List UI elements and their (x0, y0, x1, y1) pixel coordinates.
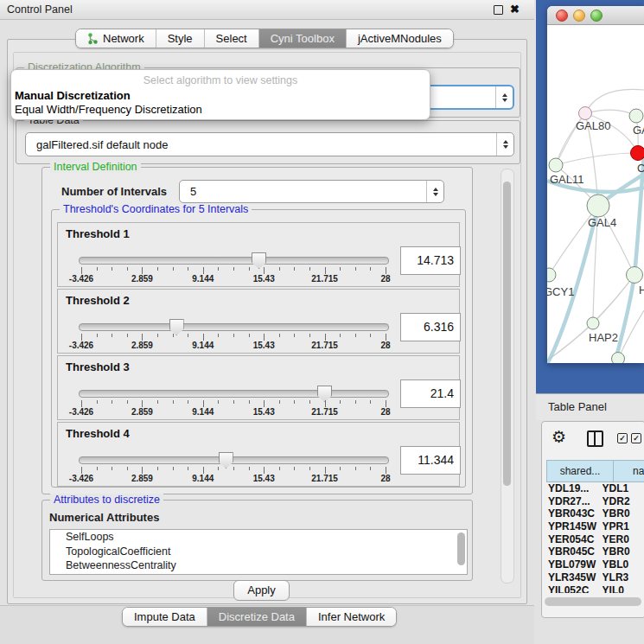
checkbox-icon[interactable]: ✓ (631, 433, 641, 443)
table-row[interactable]: YBR043CYBR0 (546, 507, 644, 520)
threshold-slider[interactable] (79, 456, 389, 464)
node-label: GAL4 (588, 216, 616, 229)
network-node[interactable] (627, 267, 643, 284)
threshold-cards: Threshold 1-3.4262.8599.14415.4321.71528… (52, 222, 460, 488)
tick-label: 28 (380, 407, 390, 417)
table-data-combo-value: galFiltered.sif default node (36, 133, 168, 156)
tab-select[interactable]: Select (204, 29, 258, 48)
table-row[interactable]: YPR145WYPR1 (546, 520, 644, 533)
numerical-attributes-list[interactable]: SelfLoopsTopologicalCoefficientBetweenne… (49, 529, 468, 575)
close-traffic-light-icon[interactable] (556, 10, 568, 22)
table-panel: ⚙ ✓ ✓ shared... na YDL19...YDL1YDR27...Y… (541, 421, 644, 618)
table-row[interactable]: YDR27...YDR2 (546, 495, 644, 508)
threshold-slider[interactable] (79, 323, 389, 331)
table-data-group: Table Data galFiltered.sif default node (16, 120, 520, 164)
network-node[interactable] (587, 317, 599, 329)
panel-title: Control Panel (7, 0, 73, 19)
tab-discretize-data[interactable]: Discretize Data (207, 608, 306, 626)
threshold-value-field[interactable]: 21.4 (400, 379, 461, 408)
threshold-value-field[interactable]: 14.713 (400, 246, 461, 275)
tick-label: 21.715 (311, 341, 338, 350)
network-node[interactable] (579, 107, 592, 120)
horizontal-scrollbar[interactable] (545, 597, 641, 606)
network-node[interactable] (631, 146, 644, 161)
threshold-label: Threshold 3 (66, 360, 130, 373)
num-intervals-label: Number of Intervals (61, 185, 167, 198)
table-row[interactable]: YDL19...YDL1 (546, 482, 644, 495)
attribute-list-item[interactable]: BetweennessCentrality (50, 558, 467, 573)
tab-cyni-toolbox[interactable]: Cyni Toolbox (258, 29, 346, 48)
node-label: GAL80 (576, 119, 610, 132)
table-row[interactable]: YIL052CYIL0 (546, 584, 644, 594)
network-node[interactable] (629, 109, 643, 123)
combo-stepper-icon[interactable] (496, 133, 513, 156)
threshold-card: Threshold 3-3.4262.8599.14415.4321.71528… (57, 355, 460, 420)
node-label: HAP2 (589, 331, 618, 344)
threshold-slider[interactable] (79, 390, 389, 398)
tick-label: 15.43 (253, 341, 275, 350)
table-panel-header: Table Panel (536, 393, 644, 420)
network-canvas[interactable]: GAL80GACGAL11GAL4GCY1HHAP2 (547, 25, 644, 363)
tick-label: 9.144 (192, 474, 214, 483)
attributes-title: Attributes to discretize (50, 494, 163, 506)
panel-scrollbar-thumb[interactable] (503, 182, 511, 486)
list-scrollbar[interactable] (457, 532, 465, 565)
gear-icon[interactable]: ⚙ (552, 428, 566, 447)
minimize-traffic-light-icon[interactable] (573, 10, 585, 22)
network-window: GAL80GACGAL11GAL4GCY1HHAP2 (547, 6, 644, 363)
column-header-shared-name[interactable]: shared... (546, 460, 614, 482)
tab-impute-data[interactable]: Impute Data (123, 608, 207, 626)
tab-style[interactable]: Style (156, 29, 204, 48)
zoom-traffic-light-icon[interactable] (590, 10, 603, 22)
combo-stepper-icon[interactable] (495, 86, 513, 108)
network-node[interactable] (549, 158, 563, 172)
network-node[interactable] (612, 353, 625, 364)
app-window: Control Panel ✖ Network Style Select Cyn… (0, 0, 644, 644)
table-data-combo[interactable]: galFiltered.sif default node (25, 132, 514, 156)
checkbox-icon[interactable]: ✓ (617, 433, 628, 443)
table-header-row: shared... na (546, 460, 644, 482)
float-panel-icon[interactable] (494, 5, 503, 15)
tick-label: 2.859 (131, 341, 153, 350)
close-icon[interactable]: ✖ (510, 2, 520, 17)
table-row[interactable]: YLR345WYLR3 (546, 571, 644, 584)
table-row[interactable]: YBR045CYBR0 (546, 545, 644, 558)
apply-button[interactable]: Apply (233, 580, 290, 601)
attribute-list-item[interactable]: TopologicalCoefficient (50, 545, 467, 559)
tab-jactivemnodules[interactable]: jActiveMNodules (346, 29, 453, 48)
num-intervals-combo[interactable]: 5 (179, 180, 444, 203)
threshold-card: Threshold 1-3.4262.8599.14415.4321.71528… (57, 222, 460, 287)
tick-label: 9.144 (192, 341, 214, 350)
algorithm-dropdown-popup: Select algorithm to view settings Manual… (10, 69, 430, 120)
network-node[interactable] (547, 268, 556, 282)
columns-icon[interactable] (587, 430, 603, 447)
control-panel-tabbar: Network Style Select Cyni Toolbox jActiv… (75, 29, 454, 48)
tick-label: 2.859 (131, 274, 153, 284)
column-header-name[interactable]: na (614, 460, 644, 482)
tick-label: -3.426 (69, 341, 93, 350)
tick-label: 21.715 (311, 407, 338, 417)
control-panel-titlebar: Control Panel ✖ (0, 0, 534, 20)
combo-stepper-icon[interactable] (426, 181, 443, 202)
tick-label: 9.144 (192, 274, 214, 284)
popup-hint: Select algorithm to view settings (11, 74, 430, 86)
table-row[interactable]: YER054CYER0 (546, 533, 644, 546)
popup-item-equal-width-frequency[interactable]: Equal Width/Frequency Discretization (15, 103, 202, 116)
node-label: GA (633, 124, 644, 137)
tick-label: 2.859 (131, 407, 153, 417)
tab-infer-network[interactable]: Infer Network (306, 608, 396, 626)
tab-network[interactable]: Network (76, 29, 156, 48)
network-icon (87, 33, 99, 45)
threshold-value-field[interactable]: 6.316 (400, 313, 461, 341)
panel-scrollbar[interactable] (501, 169, 514, 583)
network-node[interactable] (587, 194, 609, 217)
tick-label: 15.43 (253, 274, 275, 284)
table-row[interactable]: YBL079WYBL0 (546, 558, 644, 571)
threshold-value-field[interactable]: 11.344 (400, 446, 461, 475)
table-body[interactable]: YDL19...YDL1YDR27...YDR2YBR043CYBR0YPR14… (546, 482, 644, 593)
network-nodes[interactable]: GAL80GACGAL11GAL4GCY1HHAP2 (547, 107, 644, 364)
popup-item-manual-discretization[interactable]: Manual Discretization (15, 89, 131, 102)
attribute-list-item[interactable]: SelfLoops (50, 530, 467, 545)
table-panel-title: Table Panel (548, 394, 607, 420)
threshold-slider[interactable] (79, 257, 389, 265)
